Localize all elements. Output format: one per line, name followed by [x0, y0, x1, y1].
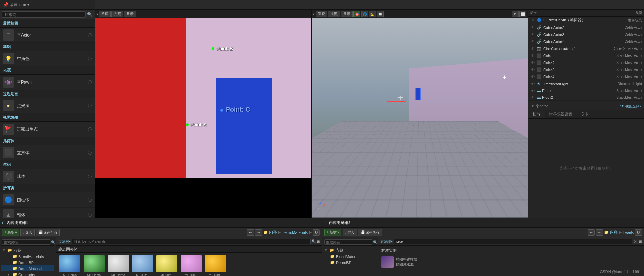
viewport-1[interactable]: ▾ 透视 光照 显示 [ 驾驶激活 - CineCameraActor1 ] P…	[95, 10, 312, 218]
view-filter-label[interactable]: 视图选择▾	[625, 104, 641, 109]
eye-icon[interactable]: 👁	[531, 18, 535, 22]
category-header-basic[interactable]: 基础	[0, 43, 95, 51]
search-input[interactable]	[2, 11, 86, 18]
tab-levels[interactable]: 关卡	[577, 110, 593, 118]
cb1-save-btn[interactable]: 💾 保存所有	[36, 229, 60, 236]
outliner-item-cube4[interactable]: 👁 ⬛ Cube4 StaticMeshActor	[528, 73, 644, 80]
vp2-settings-icon[interactable]: ⚙	[512, 11, 519, 17]
search-icon[interactable]: 🔍	[373, 240, 377, 244]
outliner-item-cable4[interactable]: 👁 🔗 CableActor4 CableActor	[528, 38, 644, 45]
actor-info-btn[interactable]: ⓘ	[88, 80, 92, 85]
actor-info-btn[interactable]: ⓘ	[88, 33, 92, 38]
cb2-forward-btn[interactable]: →	[596, 229, 603, 236]
breadcrumb-content[interactable]: 内容	[269, 230, 277, 235]
tree-item-demobp[interactable]: 📁 DemoBP	[324, 259, 377, 265]
view-filter[interactable]: 👁 视图选择▾	[620, 104, 641, 109]
material-item[interactable]: 贴图构建数据 贴图流送池	[380, 256, 643, 268]
vp1-lighting-btn[interactable]: 光照	[111, 11, 123, 17]
outliner-item-floor[interactable]: 👁 ▬ Floor StaticMeshActor	[528, 87, 644, 94]
actor-item[interactable]: ● 点光源 ⓘ	[0, 98, 95, 113]
cb2-import-btn[interactable]: ↓ 导入	[343, 229, 357, 236]
dropdown-arrow[interactable]: ▾	[27, 2, 30, 7]
tree-item-geometry[interactable]: ▾ 📁 Geometry	[1, 271, 54, 276]
tree-item-content[interactable]: ▾ 📂 内容	[324, 247, 377, 254]
tab-details[interactable]: 细节	[528, 110, 545, 118]
asset-thumb-1[interactable]: MI_Demo	[58, 255, 81, 276]
cb1-settings-btn[interactable]: ⚙	[313, 229, 320, 236]
vp2-maximize-icon[interactable]: ⬜	[519, 11, 526, 17]
tab-world-settings[interactable]: 世界场景设置	[545, 110, 577, 118]
vp1-dropdown[interactable]: ▾	[96, 12, 98, 16]
outliner-item-floor2[interactable]: 👁 ▬ Floor2 StaticMeshActor	[528, 94, 644, 101]
vp2-show-btn[interactable]: 显示	[341, 11, 353, 17]
eye-icon[interactable]: 👁	[531, 82, 535, 86]
outliner-item-cube[interactable]: 👁 ⬛ Cube StaticMeshActor	[528, 52, 644, 59]
actor-info-btn[interactable]: ⓘ	[88, 150, 92, 156]
eye-icon[interactable]: 👁	[531, 26, 535, 29]
actor-item[interactable]: 💡 空角色 ⓘ	[0, 51, 95, 66]
eye-icon[interactable]: 👁	[531, 96, 535, 99]
category-header-volume[interactable]: 体积	[0, 160, 95, 169]
vp1-perspective-btn[interactable]: 透视	[99, 11, 111, 17]
asset-thumb-3[interactable]: MI_Demo	[107, 255, 130, 276]
category-header-light[interactable]: 光源	[0, 66, 95, 75]
cb2-settings-btn[interactable]: ⚙	[635, 229, 642, 236]
actor-info-btn[interactable]: ⓘ	[88, 103, 92, 109]
eye-icon[interactable]: 👁	[531, 68, 535, 72]
eye-icon[interactable]: 👁	[531, 47, 535, 51]
search-icon[interactable]: 🔍	[312, 239, 316, 243]
cb1-back-btn[interactable]: ←	[247, 229, 254, 236]
cb2-new-btn[interactable]: + 新增 ▾	[324, 229, 341, 236]
tree-item-content[interactable]: ▾ 📂 内容	[1, 247, 54, 254]
actor-info-btn[interactable]: ⓘ	[88, 212, 92, 218]
category-header-all[interactable]: 所有类	[0, 184, 95, 192]
filter-icon[interactable]: 过滤器▾	[58, 239, 71, 244]
asset-thumb-6[interactable]: MI_ilum_	[180, 255, 202, 276]
cb2-tree-search[interactable]	[324, 239, 372, 245]
asset-thumb-4[interactable]: MI_ilum_	[131, 255, 154, 276]
eye-icon[interactable]: 👁	[531, 61, 535, 65]
actor-item[interactable]: ⚫ 球体 ⓘ	[0, 169, 95, 184]
vp2-lighting-btn[interactable]: 光照	[328, 11, 340, 17]
eye-icon[interactable]: 👁	[531, 33, 535, 37]
vp2-icon4[interactable]: 🔲	[377, 11, 384, 17]
actor-info-btn[interactable]: ⓘ	[88, 56, 92, 61]
vp1-show-btn[interactable]: 显示	[124, 11, 136, 17]
cb1-search-input[interactable]	[72, 239, 311, 244]
outliner-item-cinecamera[interactable]: 👁 📷 CineCameraActor1 CineCameraActor	[528, 45, 644, 52]
cb2-search-input[interactable]	[394, 239, 632, 244]
cb1-import-btn[interactable]: ↓ 导入	[20, 229, 35, 236]
category-header-geometry[interactable]: 几何体	[0, 137, 95, 145]
cb1-tree-search[interactable]	[2, 239, 50, 245]
cb1-new-btn[interactable]: + 新增 ▾	[2, 229, 19, 236]
category-header-animation[interactable]: 过近动画	[0, 90, 95, 98]
vp2-perspective-btn[interactable]: 透视	[316, 11, 327, 17]
vp2-icon3[interactable]: 📐	[369, 11, 376, 17]
actor-item[interactable]: 🔵 圆柱体 ⓘ	[0, 192, 95, 208]
cb2-save-btn[interactable]: 💾 保存所有	[358, 229, 382, 236]
outliner-item-cube2[interactable]: 👁 ⬛ Cube2 StaticMeshActor	[528, 59, 644, 66]
eye-icon[interactable]: 👁	[531, 54, 535, 58]
breadcrumb-levels[interactable]: Levels	[623, 230, 634, 235]
eye-icon[interactable]: 👁	[531, 75, 535, 79]
asset-thumb-7[interactable]: MI_ilum_	[204, 255, 227, 276]
cb2-extra-btn[interactable]: ⊞	[639, 239, 642, 243]
actor-item[interactable]: □ 空Actor ⓘ	[0, 28, 95, 43]
actor-item[interactable]: ⬛ 立方体 ⓘ	[0, 145, 95, 160]
actor-item[interactable]: ▲ 锥体 ⓘ	[0, 208, 95, 218]
category-header-visual[interactable]: 视觉效果	[0, 113, 95, 122]
eye-icon[interactable]: 👁	[531, 40, 535, 44]
vp2-icon1[interactable]: 🎯	[353, 11, 360, 17]
vp2-icon2[interactable]: 🌐	[361, 11, 368, 17]
filter-icon[interactable]: 过滤器▾	[380, 239, 393, 244]
clear-filter-icon[interactable]: ✕	[633, 239, 637, 244]
tree-item-demomaterials[interactable]: 📁 DemoMaterials	[1, 265, 54, 271]
outliner-item-pixeldepth[interactable]: 👁 🔵 L_PixelDepth（编辑器） 世界场景	[528, 17, 644, 24]
vp2-dropdown[interactable]: ▾	[313, 12, 315, 16]
cb1-forward-btn[interactable]: →	[255, 229, 262, 236]
outliner-item-dirlight[interactable]: 👁 ☀ DirectionalLight DirectionalLight	[528, 80, 644, 87]
tree-item-blendmaterials[interactable]: 📁 BlendMaterials	[1, 254, 54, 259]
search-icon[interactable]: 🔍	[87, 12, 92, 17]
actor-item[interactable]: 🚩 玩家出生点 ⓘ	[0, 122, 95, 137]
outliner-item-cube3[interactable]: 👁 ⬛ Cube3 StaticMeshActor	[528, 66, 644, 73]
